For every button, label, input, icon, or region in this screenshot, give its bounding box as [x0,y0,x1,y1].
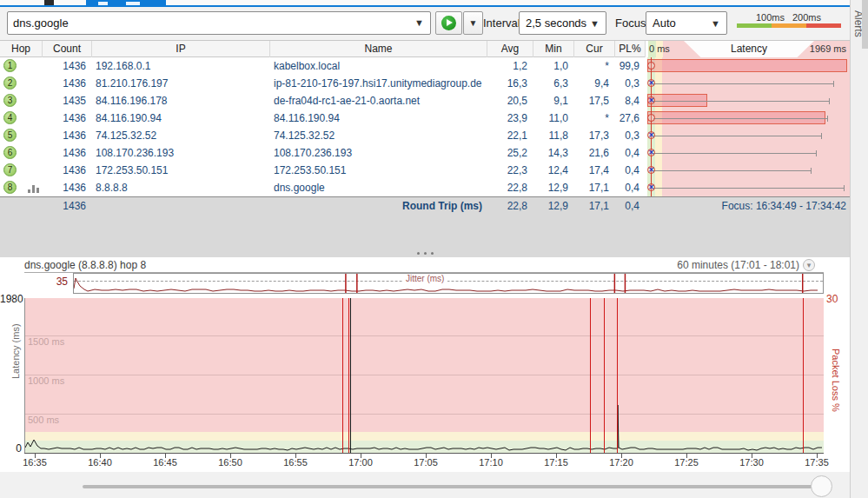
summary-pl: 0,4 [614,197,645,215]
header-cur[interactable]: Cur [573,41,614,57]
table-row[interactable]: 5143674.125.32.5274.125.32.5222,111,817,… [0,127,850,144]
x-tick-label: 17:10 [474,457,508,468]
x-tick-label: 17:00 [343,457,378,468]
table-row[interactable]: 814368.8.8.8dns.google22,812,917,10,4✕ [0,179,850,196]
target-combobox[interactable]: ▼ [7,11,431,35]
table-row[interactable]: 11436192.168.0.1kabelbox.local1,21,0*99,… [0,57,850,75]
latency-plot[interactable]: 500 ms1000 ms1500 ms [24,298,824,453]
start-options-dropdown[interactable]: ▼ [463,11,483,35]
cell-avg: 23,9 [487,110,533,127]
cell-cur: * [573,57,614,75]
table-row[interactable]: 71436172.253.50.151172.253.50.15122,312,… [0,162,850,179]
latency-scale-min: 0 ms [649,41,670,57]
summary-focus: Focus: 16:34:49 - 17:34:42 [645,197,846,215]
summary-min: 12,9 [533,197,573,215]
focus-value: Auto [653,17,676,30]
packet-loss-bar [647,59,847,72]
target-input[interactable] [13,13,408,33]
tab-fragment[interactable] [44,0,54,5]
cell-avg: 22,8 [487,179,533,196]
active-tab[interactable] [86,0,166,7]
table-row[interactable]: 2143681.210.176.197ip-81-210-176-197.hsi… [0,75,850,92]
timeline-scrollbar-thumb[interactable] [811,475,832,497]
header-hop[interactable]: Hop [0,41,42,57]
hop-number-badge: 2 [3,76,17,90]
whisker-end-tick [833,81,834,87]
header-min[interactable]: Min [533,41,573,57]
cell-pl: 99,9 [614,57,645,75]
cell-avg: 22,1 [487,127,533,144]
timeline-scrollbar-track[interactable] [83,485,812,488]
whisker-end-tick [811,168,812,174]
focus-dropdown-icon[interactable]: ▼ [711,13,720,35]
interval-select[interactable]: 2,5 seconds ▼ [519,11,606,35]
x-tick-label: 17:20 [604,457,639,468]
timeout-line [350,298,351,453]
cell-pl: 8,4 [614,92,645,110]
cell-cur: 17,4 [573,162,614,179]
right-axis-max: 30 [826,293,838,305]
x-tick-label: 17:15 [539,457,573,468]
x-tick-label: 17:30 [734,457,769,468]
cell-cur: 21,6 [573,144,614,162]
cell-name: dns.google [269,179,487,196]
header-latency[interactable]: 0 ms Latency 1969 ms [645,41,850,57]
hop-table-body: 11436192.168.0.1kabelbox.local1,21,0*99,… [0,57,850,196]
table-row[interactable]: 3143584.116.196.178de-fra04d-rc1-ae-21-0… [0,92,850,110]
summary-cur: 17,1 [573,197,614,215]
cell-pl: 0,4 [614,162,645,179]
latency-trace [25,298,825,453]
packet-loss-event-line [590,298,591,453]
packet-loss-event-line [348,298,349,453]
header-ip[interactable]: IP [91,41,269,57]
cell-name: 84.116.190.94 [269,110,487,127]
start-trace-button[interactable] [435,11,462,35]
focus-select[interactable]: Auto ▼ [646,11,727,35]
jitter-strip[interactable]: Jitter (ms) [73,273,824,294]
bottom-bar [0,472,850,498]
legend-red-segment [806,23,841,28]
cell-count: 1436 [42,179,91,196]
cell-ip: 108.170.236.193 [91,144,269,162]
packet-loss-event-line [617,298,618,453]
latency-mini-graph: ✕ [645,127,850,144]
cell-cur: 17,5 [573,92,614,110]
combo-dropdown-icon[interactable]: ▼ [414,17,424,28]
summary-row[interactable]: 1436 Round Trip (ms) 22,8 12,9 17,1 0,4 … [0,196,850,214]
summary-count: 1436 [42,197,91,215]
header-count[interactable]: Count [42,41,91,57]
table-row[interactable]: 4143684.116.190.9484.116.190.9423,911,0*… [0,110,850,127]
graph-range-label[interactable]: 60 minutes (17:01 - 18:01) [677,259,799,271]
splitter-handle-icon[interactable] [417,252,438,256]
whisker-end-tick [821,133,822,139]
range-chevron-down-icon[interactable]: ▾ [803,259,815,271]
interval-dropdown-icon[interactable]: ▼ [590,13,600,35]
y-axis-label: Latency (ms) [10,323,21,379]
legend-orange-segment [772,23,806,28]
side-scrollbar-thumb[interactable] [862,0,868,49]
gridline-1500ms [25,335,824,336]
x-tick-label: 16:55 [278,457,313,468]
cell-count: 1436 [42,144,91,162]
avg-latency-marker: ✕ [647,149,655,156]
header-name[interactable]: Name [269,41,487,57]
hop-number-badge: 6 [3,146,17,159]
whisker-end-tick [816,150,817,156]
graph-title: dns.google (8.8.8.8) hop 8 [24,259,146,271]
hop-number-badge: 3 [3,94,17,107]
cell-pl: 0,4 [614,179,645,196]
cell-min: 12,4 [533,162,573,179]
summary-avg: 22,8 [487,197,533,215]
cell-pl: 0,3 [614,127,645,144]
cell-avg: 1,2 [487,57,533,75]
gridline-label: 1000 ms [28,375,64,386]
header-avg[interactable]: Avg [487,41,533,57]
packet-loss-event-line [604,298,605,453]
timeout-marker [647,62,655,70]
panel-splitter[interactable] [0,214,850,257]
x-axis-line [24,453,824,454]
table-row[interactable]: 61436108.170.236.193108.170.236.19325,21… [0,144,850,162]
header-pl[interactable]: PL% [614,41,645,57]
latency-range-whisker [653,83,833,84]
graphed-hop-icon [28,183,40,193]
